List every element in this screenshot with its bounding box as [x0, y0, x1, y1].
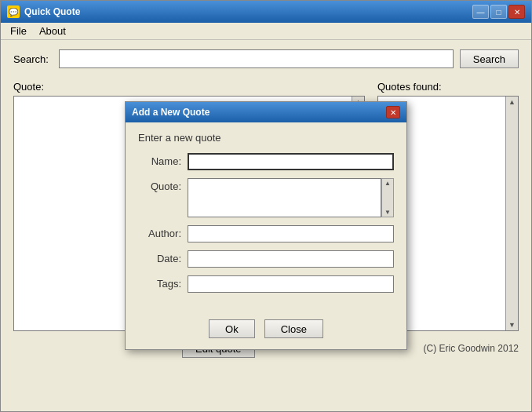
quote-label: Quote: [138, 178, 181, 192]
menu-bar: File About [1, 23, 531, 40]
ok-button[interactable]: Ok [209, 319, 255, 338]
main-window: 💬 Quick Quote — □ ✕ File About Search: S… [0, 0, 532, 412]
add-quote-dialog: Add a New Quote ✕ Enter a new quote Name… [125, 101, 407, 350]
title-bar: 💬 Quick Quote — □ ✕ [1, 1, 531, 23]
modal-title-bar: Add a New Quote ✕ [126, 102, 406, 122]
app-icon: 💬 [7, 5, 20, 18]
tags-input[interactable] [188, 275, 394, 293]
modal-subtitle: Enter a new quote [138, 132, 394, 144]
modal-close-icon-button[interactable]: ✕ [386, 106, 400, 118]
title-bar-left: 💬 Quick Quote [7, 5, 80, 18]
quote-input-wrapper: ▲ ▼ [188, 178, 394, 217]
main-content: Search: Search Quote: Quotes found: ▲ ▼ [1, 40, 531, 411]
app-title: Quick Quote [24, 6, 80, 17]
modal-footer: Ok Close [126, 310, 406, 349]
maximize-button[interactable]: □ [490, 5, 507, 19]
name-label: Name: [138, 153, 181, 167]
quote-input[interactable] [188, 178, 381, 217]
tags-label: Tags: [138, 275, 181, 290]
minimize-button[interactable]: — [472, 5, 489, 19]
author-input[interactable] [188, 225, 394, 242]
window-controls: — □ ✕ [472, 5, 525, 19]
author-label: Author: [138, 225, 181, 239]
date-label: Date: [138, 250, 181, 264]
quote-field-row: Quote: ▲ ▼ [138, 178, 394, 217]
name-input[interactable] [188, 153, 394, 170]
date-field-row: Date: [138, 250, 394, 268]
modal-scrollbar[interactable]: ▲ ▼ [381, 178, 394, 217]
dialog-close-button[interactable]: Close [264, 319, 323, 338]
menu-file[interactable]: File [4, 24, 33, 38]
name-field-row: Name: [138, 153, 394, 170]
date-input[interactable] [188, 250, 394, 268]
tags-field-row: Tags: [138, 275, 394, 293]
menu-about[interactable]: About [33, 24, 72, 38]
modal-body: Enter a new quote Name: Quote: ▲ [126, 122, 406, 310]
window-close-button[interactable]: ✕ [508, 5, 525, 19]
modal-title: Add a New Quote [132, 107, 210, 118]
modal-overlay: Add a New Quote ✕ Enter a new quote Name… [1, 40, 531, 411]
author-field-row: Author: [138, 225, 394, 242]
